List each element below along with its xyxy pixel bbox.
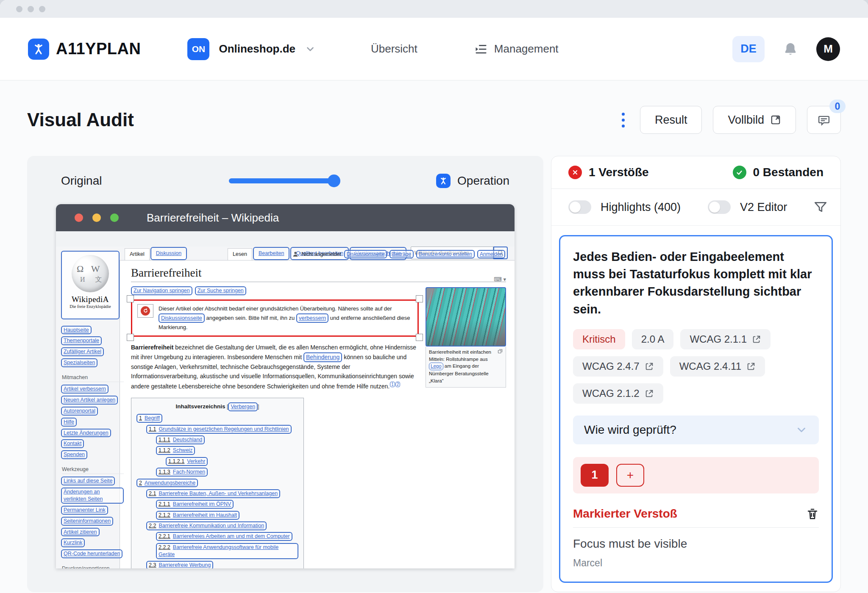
wiki-sidebar-link[interactable]: Seiteninformationen	[61, 517, 113, 526]
wiki-sidebar-link[interactable]: Spezialseiten	[61, 358, 97, 367]
wiki-link[interactable]: Diskussionsseite	[159, 313, 205, 323]
wiki-sidebar-link[interactable]: Spenden	[61, 450, 87, 459]
toc-link[interactable]: 1.1.2.1Verkehr	[166, 457, 208, 466]
project-avatar: ON	[187, 38, 209, 60]
result-button[interactable]: Result	[640, 106, 702, 134]
skip-link[interactable]: Zur Navigation springen	[131, 286, 192, 295]
wiki-sidebar-link[interactable]: Zufälliger Artikel	[61, 347, 104, 356]
slider-thumb[interactable]	[328, 175, 340, 187]
toc-item: 1.1Grundsätze in gesetzlichen Regelungen…	[136, 425, 298, 434]
wiki-action-tab[interactable]: Lesen	[228, 248, 252, 260]
enlarge-icon[interactable]	[498, 349, 503, 354]
toc-link[interactable]: 2.1.1Barrierefreiheit im ÖPNV	[156, 500, 234, 509]
bell-icon[interactable]	[782, 41, 798, 57]
language-badge[interactable]: DE	[732, 36, 765, 62]
wiki-personal-link[interactable]: Benutzerkonto erstellen	[416, 250, 475, 258]
wiki-link[interactable]: Lego	[429, 363, 443, 370]
wiki-personal-link[interactable]: Beiträge	[389, 250, 414, 258]
toc-link[interactable]: 1.1.3Fach-Normen	[156, 468, 208, 477]
more-options-button[interactable]	[618, 110, 629, 130]
close-traffic-light[interactable]	[75, 213, 83, 222]
toc-link[interactable]: 1Begriff	[136, 414, 162, 423]
wiki-link[interactable]: Behinderung	[303, 352, 342, 362]
wiki-sidebar-link[interactable]: QR-Code herunterladen	[61, 549, 122, 558]
fullscreen-button[interactable]: Vollbild	[713, 106, 796, 134]
toc-link[interactable]: 1.1.1Deutschland	[156, 435, 205, 444]
add-marker-button[interactable]: +	[616, 464, 644, 487]
wiki-personal-link[interactable]: Anmelden	[477, 250, 505, 258]
wiki-personal-link[interactable]: Diskussionsseite	[344, 250, 387, 258]
lego-ramp-image[interactable]	[426, 287, 506, 346]
minimize-traffic-light[interactable]	[92, 213, 101, 222]
wiki-tab[interactable]: Artikel	[125, 248, 150, 260]
resize-handle[interactable]	[127, 334, 134, 341]
highlights-toggle[interactable]	[568, 200, 591, 214]
window-dot[interactable]	[39, 6, 45, 12]
wiki-sidebar-link[interactable]: Hauptseite	[61, 326, 92, 335]
keyboard-icon[interactable]: ⌨ ▾	[494, 276, 506, 283]
project-selector[interactable]: ON Onlineshop.de	[187, 38, 316, 60]
brand[interactable]: A11YPLAN	[28, 39, 141, 60]
embedded-window-title: Barrierefreiheit – Wikipedia	[147, 211, 279, 224]
wiki-action-tab[interactable]: Bearbeiten	[253, 247, 289, 260]
toc-link[interactable]: 1.1.2Schweiz	[156, 446, 195, 455]
resize-handle[interactable]	[127, 295, 134, 302]
resize-handle[interactable]	[416, 295, 423, 302]
toc-number: 2.1	[149, 490, 156, 496]
toc-link[interactable]: 2Anwendungsbereiche	[136, 479, 198, 488]
marked-violation-label: Markierter Verstoß	[573, 507, 677, 521]
toc-link[interactable]: 2.2.2Barrierefreie Anwendungssoftware fü…	[156, 543, 298, 559]
how-tested-accordion[interactable]: Wie wird geprüft?	[573, 416, 819, 444]
comments-button[interactable]: 0	[807, 106, 841, 134]
wiki-sidebar-link[interactable]: Links auf diese Seite	[61, 477, 115, 485]
marker-count-button[interactable]: 1	[581, 464, 609, 487]
wiki-sidebar-link[interactable]: Autorenportal	[61, 407, 98, 416]
wcag-reference-pill[interactable]: WCAG 2.1.1	[680, 329, 771, 349]
cleanup-banner-text: Dieser Artikel oder Abschnitt bedarf ein…	[159, 304, 412, 332]
resize-handle[interactable]	[416, 334, 423, 341]
avatar[interactable]: M	[816, 37, 840, 61]
toc-link[interactable]: 2.2Barrierefreie Kommunikation und Infor…	[146, 521, 267, 530]
wiki-sidebar-section-title: Drucken/exportieren	[62, 565, 124, 568]
wiki-sidebar-link[interactable]: Themenportale	[61, 336, 102, 345]
wcag-reference-pill[interactable]: WCAG 2.4.11	[670, 356, 765, 377]
compare-slider[interactable]	[229, 178, 338, 183]
window-dot[interactable]	[16, 6, 22, 12]
severity-badge: Kritisch	[573, 329, 625, 349]
toc-link[interactable]: 2.3Barrierefreie Werbung	[146, 561, 213, 568]
nav-uebersicht[interactable]: Übersicht	[371, 42, 417, 55]
wiki-sidebar-link[interactable]: Artikel verbessern	[61, 385, 108, 393]
nav-management[interactable]: Management	[475, 42, 559, 55]
toc-link[interactable]: 1.1Grundsätze in gesetzlichen Regelungen…	[146, 425, 292, 434]
trash-icon[interactable]	[806, 507, 819, 520]
toc-number: 1.1.3	[159, 469, 170, 475]
skip-link[interactable]: Zur Suche springen	[195, 286, 246, 295]
wiki-link[interactable]: verbessern	[296, 313, 328, 323]
window-dot[interactable]	[28, 6, 34, 12]
wiki-sidebar-link[interactable]: Letzte Änderungen	[61, 429, 111, 438]
wiki-sidebar-link[interactable]: Neuen Artikel anlegen	[61, 396, 118, 405]
wcag-reference-pill[interactable]: WCAG 2.1.2	[573, 383, 663, 404]
reference-link[interactable]: 1	[390, 382, 395, 387]
app-window: A11YPLAN ON Onlineshop.de Übersicht Mana…	[0, 0, 868, 593]
wiki-sidebar-link[interactable]: Kontakt	[61, 439, 84, 448]
zoom-traffic-light[interactable]	[110, 213, 119, 222]
wiki-sidebar-link[interactable]: Artikel zitieren	[61, 528, 100, 537]
wiki-sidebar-link[interactable]: Änderungen an verlinkten Seiten	[61, 488, 124, 504]
filter-icon[interactable]	[813, 200, 828, 214]
toc-link[interactable]: 2.1Barrierefreie Bauten, Außen- und Verk…	[146, 489, 280, 498]
v2-editor-toggle[interactable]	[708, 200, 731, 214]
wikipedia-logo[interactable]: WikipediA Die freie Enzyklopädie	[61, 251, 120, 319]
wiki-sidebar-link[interactable]: Kurzlink	[61, 538, 85, 547]
wiki-sidebar-link[interactable]: Permanenter Link	[61, 506, 108, 515]
toc-link[interactable]: 2.2.1Barrierefreies Arbeiten am und mit …	[156, 532, 292, 541]
management-icon	[475, 43, 487, 55]
toc-hide-link[interactable]: Verbergen	[228, 402, 258, 411]
selected-violation-region[interactable]: Dieser Artikel oder Abschnitt bedarf ein…	[131, 299, 419, 337]
violation-card[interactable]: Jedes Bedien- oder Eingabeelement muss b…	[559, 235, 833, 583]
wiki-sidebar-link[interactable]: Hilfe	[61, 418, 77, 427]
wiki-tab[interactable]: Diskussion	[150, 247, 187, 260]
wcag-reference-pill[interactable]: WCAG 2.4.7	[573, 356, 663, 377]
toc-link[interactable]: 2.1.2Barrierefreiheit im Haushalt	[156, 511, 239, 520]
reference-link[interactable]: 2	[395, 382, 401, 387]
